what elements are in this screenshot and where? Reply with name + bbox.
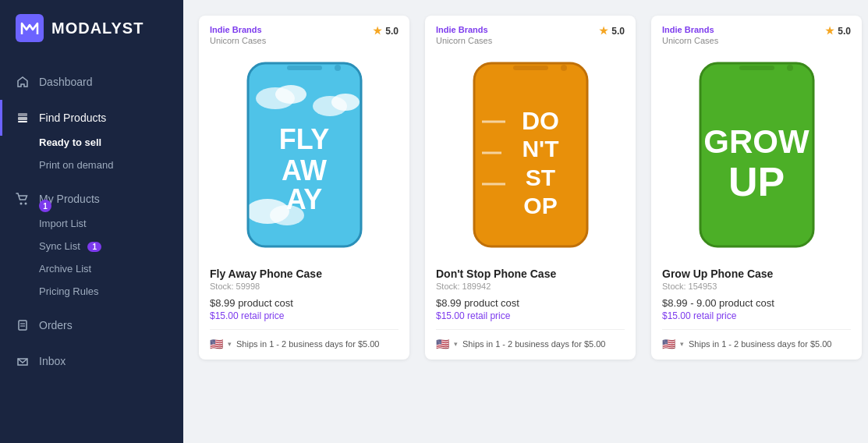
sidebar-item-inbox-label: Inbox <box>39 355 66 367</box>
svg-text:GROW: GROW <box>703 123 810 160</box>
rating-value-grow-up: 5.0 <box>838 26 851 37</box>
svg-text:ST: ST <box>525 165 554 190</box>
card-header-dont-stop: Indie Brands Unicorn Cases ★ 5.0 <box>425 16 636 51</box>
sidebar-subitem-archive-list[interactable]: Archive List <box>39 257 183 280</box>
stock-fly-away: Stock: 59998 <box>210 282 399 291</box>
shipping-text-dont-stop: Ships in 1 - 2 business days for $5.00 <box>462 339 605 349</box>
supplier-name-grow-up: Unicorn Cases <box>662 36 718 45</box>
product-title-fly-away: Fly Away Phone Case <box>210 268 399 280</box>
brand-name-grow-up: Indie Brands <box>662 25 718 34</box>
svg-point-5 <box>25 203 27 205</box>
sidebar: MODALYST Dashboard Find Products Ready t… <box>0 0 183 443</box>
product-image-fly-away[interactable]: FLY AW AY <box>199 51 409 258</box>
product-card-grow-up: Indie Brands Unicorn Cases ★ 5.0 GROW UP <box>651 16 862 360</box>
shipping-fly-away: 🇺🇸 ▾ Ships in 1 - 2 business days for $5… <box>210 329 399 350</box>
sidebar-subitem-sync-list[interactable]: Sync List 1 <box>39 235 183 257</box>
svg-rect-0 <box>16 14 44 42</box>
star-icon-dont-stop: ★ <box>599 25 608 37</box>
price-cost-dont-stop: $8.99 product cost <box>436 297 625 309</box>
svg-text:N'T: N'T <box>522 136 558 161</box>
stock-dont-stop: Stock: 189942 <box>436 282 625 291</box>
price-retail-grow-up: $15.00 retail price <box>662 310 851 321</box>
sidebar-item-find-products-label: Find Products <box>39 112 106 124</box>
shipping-text-fly-away: Ships in 1 - 2 business days for $5.00 <box>236 339 379 349</box>
svg-point-4 <box>20 203 23 205</box>
orders-icon <box>16 318 30 332</box>
rating-dont-stop: ★ 5.0 <box>599 25 625 37</box>
brand-name-dont-stop: Indie Brands <box>436 25 492 34</box>
svg-rect-31 <box>513 66 548 70</box>
card-brand-info-dont-stop: Indie Brands Unicorn Cases <box>436 25 492 45</box>
rating-value-dont-stop: 5.0 <box>611 26 625 37</box>
svg-text:OP: OP <box>523 193 557 218</box>
svg-rect-20 <box>287 66 322 70</box>
product-image-grow-up[interactable]: GROW UP <box>651 51 862 258</box>
sidebar-item-orders[interactable]: Orders <box>0 307 183 343</box>
home-icon <box>16 75 30 89</box>
price-retail-dont-stop: $15.00 retail price <box>436 310 625 321</box>
svg-text:AW: AW <box>282 154 327 186</box>
modalyst-logo-icon <box>16 14 44 42</box>
card-info-dont-stop: Don't Stop Phone Case Stock: 189942 $8.9… <box>425 258 636 360</box>
svg-text:AY: AY <box>285 183 322 215</box>
svg-point-13 <box>331 94 360 111</box>
card-header-grow-up: Indie Brands Unicorn Cases ★ 5.0 <box>651 16 862 51</box>
sidebar-navigation: Dashboard Find Products Ready to sell Pr… <box>0 56 183 443</box>
chevron-down-dont-stop[interactable]: ▾ <box>454 340 458 348</box>
shipping-text-grow-up: Ships in 1 - 2 business days for $5.00 <box>689 339 831 349</box>
card-header-fly-away: Indie Brands Unicorn Cases ★ 5.0 <box>199 16 409 51</box>
price-cost-grow-up: $8.99 - 9.00 product cost <box>662 297 851 309</box>
sidebar-item-my-products[interactable]: 1 My Products <box>0 181 183 217</box>
sidebar-subitem-pricing-rules[interactable]: Pricing Rules <box>39 280 183 303</box>
sync-list-badge: 1 <box>87 242 101 252</box>
sidebar-item-inbox[interactable]: Inbox <box>0 343 183 379</box>
cart-icon: 1 <box>16 192 30 206</box>
my-products-subitems: Import List Sync List 1 Archive List Pri… <box>0 212 183 303</box>
svg-text:UP: UP <box>728 159 784 204</box>
shipping-grow-up: 🇺🇸 ▾ Ships in 1 - 2 business days for $5… <box>662 329 851 350</box>
svg-text:DO: DO <box>522 107 559 135</box>
sidebar-item-find-products[interactable]: Find Products <box>0 100 183 136</box>
logo-area: MODALYST <box>0 0 183 56</box>
svg-point-11 <box>275 85 306 104</box>
card-brand-info-fly-away: Indie Brands Unicorn Cases <box>210 25 266 45</box>
supplier-name-fly-away: Unicorn Cases <box>210 36 266 45</box>
svg-point-21 <box>335 65 341 71</box>
product-title-dont-stop: Don't Stop Phone Case <box>436 268 625 280</box>
product-svg-dont-stop: DO N'T ST OP <box>470 59 591 250</box>
chevron-down-fly-away[interactable]: ▾ <box>228 340 232 348</box>
svg-rect-3 <box>18 121 27 122</box>
product-title-grow-up: Grow Up Phone Case <box>662 268 851 280</box>
card-info-grow-up: Grow Up Phone Case Stock: 154953 $8.99 -… <box>651 258 862 360</box>
card-brand-info-grow-up: Indie Brands Unicorn Cases <box>662 25 718 45</box>
product-image-dont-stop[interactable]: DO N'T ST OP <box>425 51 636 258</box>
stock-grow-up: Stock: 154953 <box>662 282 851 291</box>
product-svg-fly-away: FLY AW AY <box>244 59 365 250</box>
flag-us-fly-away: 🇺🇸 <box>210 338 223 350</box>
svg-rect-6 <box>19 321 27 330</box>
brand-name-fly-away: Indie Brands <box>210 25 266 34</box>
star-icon-grow-up: ★ <box>825 25 834 37</box>
flag-us-dont-stop: 🇺🇸 <box>436 338 449 350</box>
flag-us-grow-up: 🇺🇸 <box>662 338 675 350</box>
sidebar-item-dashboard-label: Dashboard <box>39 76 93 88</box>
my-products-badge: 1 <box>39 200 51 212</box>
find-products-subitems: Ready to sell Print on demand <box>0 131 183 176</box>
svg-point-32 <box>561 65 567 71</box>
svg-rect-37 <box>739 66 774 70</box>
sidebar-item-dashboard[interactable]: Dashboard <box>0 64 183 100</box>
rating-value-fly-away: 5.0 <box>385 26 399 37</box>
sidebar-subitem-print-on-demand[interactable]: Print on demand <box>39 154 183 176</box>
price-cost-fly-away: $8.99 product cost <box>210 297 399 309</box>
svg-text:FLY: FLY <box>278 123 329 155</box>
price-retail-fly-away: $15.00 retail price <box>210 310 399 321</box>
product-card-dont-stop: Indie Brands Unicorn Cases ★ 5.0 DO N'T … <box>425 16 636 360</box>
rating-fly-away: ★ 5.0 <box>373 25 399 37</box>
svg-rect-2 <box>18 117 27 120</box>
sidebar-item-orders-label: Orders <box>39 319 73 331</box>
svg-rect-1 <box>18 113 27 116</box>
chevron-down-grow-up[interactable]: ▾ <box>680 340 684 348</box>
card-info-fly-away: Fly Away Phone Case Stock: 59998 $8.99 p… <box>199 258 409 360</box>
product-card-fly-away: Indie Brands Unicorn Cases ★ 5.0 FLY <box>199 16 409 360</box>
logo-text: MODALYST <box>51 19 143 37</box>
